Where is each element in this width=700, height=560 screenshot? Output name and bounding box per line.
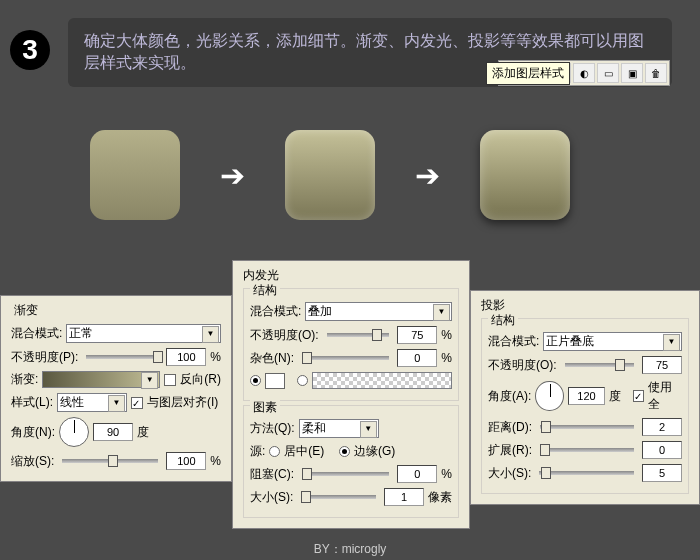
size-label: 大小(S): [250,489,293,506]
panel-title: 渐变 [11,302,221,319]
style-combo[interactable]: 线性 [57,393,127,412]
trash-icon[interactable]: 🗑 [645,63,667,83]
gradient-panel: 渐变 混合模式:正常 不透明度(P):100% 渐变:反向(R) 样式(L):线… [0,295,232,482]
adjust-icon[interactable]: ◐ [573,63,595,83]
size-input[interactable]: 1 [384,488,424,506]
credit-text: BY：microgly [0,541,700,558]
opacity-slider[interactable] [86,355,158,359]
opacity-input[interactable]: 75 [642,356,682,374]
gradient-label: 渐变: [11,371,38,388]
angle-dial[interactable] [59,417,89,447]
blend-mode-label: 混合模式: [488,333,539,350]
tooltip-add-layer-style: 添加图层样式 [486,62,570,85]
size-slider[interactable] [539,471,634,475]
style-label: 样式(L): [11,394,53,411]
drop-shadow-panel: 投影 结构 混合模式:正片叠底 不透明度(O):75 角度(A):120度 使用… [470,290,700,505]
size-label: 大小(S): [488,465,531,482]
opacity-slider[interactable] [565,363,634,367]
struct-legend: 结构 [488,312,518,329]
opacity-input[interactable]: 100 [166,348,206,366]
opacity-slider[interactable] [327,333,390,337]
distance-label: 距离(D): [488,419,532,436]
blend-mode-label: 混合模式: [250,303,301,320]
gradient-radio[interactable] [297,375,308,386]
inner-glow-panel: 内发光 结构 混合模式:叠加 不透明度(O):75% 杂色(N):0% 图素 方… [232,260,470,529]
spread-input[interactable]: 0 [642,441,682,459]
scale-slider[interactable] [62,459,158,463]
noise-input[interactable]: 0 [397,349,437,367]
opacity-input[interactable]: 75 [397,326,437,344]
reverse-label: 反向(R) [180,371,221,388]
new-icon[interactable]: ▣ [621,63,643,83]
angle-dial[interactable] [535,381,563,411]
global-light-checkbox[interactable] [633,390,644,402]
align-checkbox[interactable] [131,397,143,409]
noise-slider[interactable] [302,356,389,360]
reverse-checkbox[interactable] [164,374,176,386]
angle-label: 角度(N): [11,424,55,441]
choke-slider[interactable] [302,472,389,476]
source-edge-radio[interactable] [339,446,350,457]
opacity-label: 不透明度(P): [11,349,78,366]
glow-gradient[interactable] [312,372,452,389]
gradient-preview[interactable] [42,371,160,388]
align-label: 与图层对齐(I) [147,394,218,411]
source-center-radio[interactable] [269,446,280,457]
arrow-icon: ➔ [415,158,440,193]
step-number-badge: 3 [10,30,50,70]
folder-icon[interactable]: ▭ [597,63,619,83]
blend-mode-combo[interactable]: 正片叠底 [543,332,682,351]
angle-input[interactable]: 90 [93,423,133,441]
method-label: 方法(Q): [250,420,295,437]
angle-label: 角度(A): [488,388,531,405]
spread-label: 扩展(R): [488,442,532,459]
progression-row: ➔ ➔ [90,130,570,220]
scale-input[interactable]: 100 [166,452,206,470]
method-combo[interactable]: 柔和 [299,419,379,438]
struct-legend: 结构 [250,282,280,299]
sample-square-2 [285,130,375,220]
angle-input[interactable]: 120 [568,387,606,405]
blend-mode-label: 混合模式: [11,325,62,342]
size-slider[interactable] [301,495,376,499]
arrow-icon: ➔ [220,158,245,193]
opacity-label: 不透明度(O): [488,357,557,374]
scale-label: 缩放(S): [11,453,54,470]
spread-slider[interactable] [540,448,634,452]
source-label: 源: [250,443,265,460]
choke-input[interactable]: 0 [397,465,437,483]
choke-label: 阻塞(C): [250,466,294,483]
noise-label: 杂色(N): [250,350,294,367]
sample-square-3 [480,130,570,220]
distance-input[interactable]: 2 [642,418,682,436]
blend-mode-combo[interactable]: 叠加 [305,302,452,321]
color-radio[interactable] [250,375,261,386]
blend-mode-combo[interactable]: 正常 [66,324,221,343]
color-swatch[interactable] [265,373,285,389]
size-input[interactable]: 5 [642,464,682,482]
sample-square-1 [90,130,180,220]
distance-slider[interactable] [540,425,634,429]
opacity-label: 不透明度(O): [250,327,319,344]
elements-legend: 图素 [250,399,280,416]
